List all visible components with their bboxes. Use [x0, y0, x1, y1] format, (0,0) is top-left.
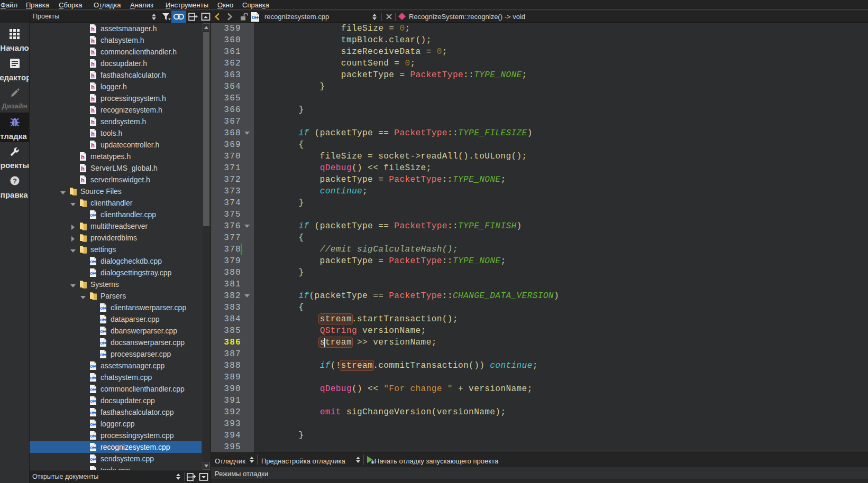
svg-text:h: h — [91, 49, 95, 55]
svg-text:h: h — [91, 61, 95, 67]
svg-text:h: h — [91, 96, 95, 102]
svg-text:h: h — [91, 26, 95, 32]
svg-text:h: h — [91, 107, 95, 114]
svg-text:h: h — [81, 165, 85, 172]
svg-text:h: h — [81, 177, 85, 183]
svg-text:h: h — [91, 119, 95, 125]
svg-text:h: h — [91, 84, 95, 90]
svg-text:h: h — [81, 154, 85, 160]
svg-text:h: h — [91, 38, 95, 44]
svg-text:h: h — [91, 142, 95, 148]
svg-text:?: ? — [13, 178, 17, 185]
svg-text:h: h — [91, 131, 95, 137]
svg-text:h: h — [91, 72, 95, 79]
